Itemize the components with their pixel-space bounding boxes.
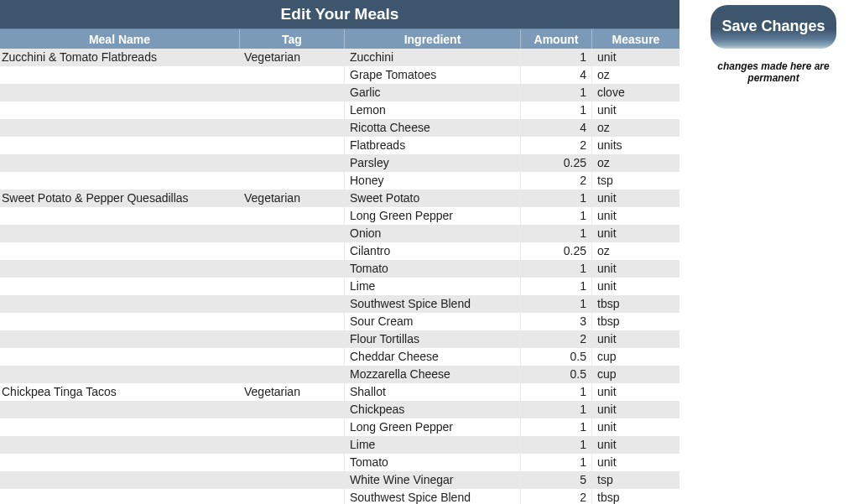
ingredient-cell[interactable]: Shallot: [344, 383, 520, 401]
tag-cell[interactable]: [239, 260, 344, 278]
tag-cell[interactable]: [239, 313, 344, 330]
table-row[interactable]: Garlic1clove: [0, 84, 679, 101]
measure-cell[interactable]: tsp: [591, 172, 679, 190]
ingredient-cell[interactable]: Zucchini: [344, 49, 520, 66]
meal-name-cell[interactable]: [0, 137, 239, 154]
ingredient-cell[interactable]: White Wine Vinegar: [344, 471, 520, 489]
table-row[interactable]: Mozzarella Cheese0.5cup: [0, 366, 679, 383]
table-row[interactable]: Honey2tsp: [0, 172, 679, 190]
amount-cell[interactable]: 1: [520, 207, 591, 225]
amount-cell[interactable]: 1: [520, 190, 591, 207]
meal-name-cell[interactable]: [0, 366, 239, 383]
table-row[interactable]: Cilantro0.25oz: [0, 242, 679, 260]
amount-cell[interactable]: 3: [520, 313, 591, 330]
tag-cell[interactable]: [239, 242, 344, 260]
ingredient-cell[interactable]: Lime: [344, 278, 520, 295]
ingredient-cell[interactable]: Cheddar Cheese: [344, 348, 520, 366]
tag-cell[interactable]: [239, 489, 344, 504]
amount-cell[interactable]: 5: [520, 471, 591, 489]
meal-name-cell[interactable]: Chickpea Tinga Tacos: [0, 383, 239, 401]
meal-name-cell[interactable]: Sweet Potato & Pepper Quesadillas: [0, 190, 239, 207]
measure-cell[interactable]: unit: [591, 401, 679, 418]
table-row[interactable]: Lemon1unit: [0, 101, 679, 119]
table-row[interactable]: Chickpeas1unit: [0, 401, 679, 418]
ingredient-cell[interactable]: Tomato: [344, 260, 520, 278]
table-row[interactable]: Lime1unit: [0, 278, 679, 295]
measure-cell[interactable]: unit: [591, 418, 679, 436]
measure-cell[interactable]: clove: [591, 84, 679, 101]
table-row[interactable]: Tomato1unit: [0, 454, 679, 471]
ingredient-cell[interactable]: Long Green Pepper: [344, 418, 520, 436]
meal-name-cell[interactable]: [0, 207, 239, 225]
table-row[interactable]: Zucchini & Tomato FlatbreadsVegetarianZu…: [0, 49, 679, 66]
meal-name-cell[interactable]: [0, 418, 239, 436]
ingredient-cell[interactable]: Ricotta Cheese: [344, 119, 520, 137]
tag-cell[interactable]: [239, 330, 344, 348]
amount-cell[interactable]: 1: [520, 84, 591, 101]
tag-cell[interactable]: [239, 366, 344, 383]
tag-cell[interactable]: [239, 66, 344, 84]
amount-cell[interactable]: 1: [520, 454, 591, 471]
amount-cell[interactable]: 0.25: [520, 242, 591, 260]
tag-cell[interactable]: [239, 172, 344, 190]
amount-cell[interactable]: 1: [520, 418, 591, 436]
amount-cell[interactable]: 2: [520, 137, 591, 154]
amount-cell[interactable]: 1: [520, 383, 591, 401]
measure-cell[interactable]: unit: [591, 278, 679, 295]
tag-cell[interactable]: [239, 154, 344, 172]
ingredient-cell[interactable]: Lemon: [344, 101, 520, 119]
tag-cell[interactable]: [239, 454, 344, 471]
measure-cell[interactable]: units: [591, 137, 679, 154]
measure-cell[interactable]: oz: [591, 242, 679, 260]
measure-cell[interactable]: unit: [591, 454, 679, 471]
meal-name-cell[interactable]: [0, 260, 239, 278]
amount-cell[interactable]: 1: [520, 225, 591, 242]
meal-name-cell[interactable]: [0, 471, 239, 489]
tag-cell[interactable]: [239, 348, 344, 366]
table-row[interactable]: White Wine Vinegar5tsp: [0, 471, 679, 489]
table-row[interactable]: Sour Cream3tbsp: [0, 313, 679, 330]
tag-cell[interactable]: [239, 101, 344, 119]
meal-name-cell[interactable]: [0, 454, 239, 471]
ingredient-cell[interactable]: Southwest Spice Blend: [344, 489, 520, 504]
tag-cell[interactable]: [239, 207, 344, 225]
table-row[interactable]: Onion1unit: [0, 225, 679, 242]
ingredient-cell[interactable]: Parsley: [344, 154, 520, 172]
tag-cell[interactable]: [239, 471, 344, 489]
table-row[interactable]: Southwest Spice Blend1tbsp: [0, 295, 679, 313]
table-row[interactable]: Parsley0.25oz: [0, 154, 679, 172]
meal-name-cell[interactable]: [0, 242, 239, 260]
tag-cell[interactable]: [239, 137, 344, 154]
measure-cell[interactable]: cup: [591, 348, 679, 366]
measure-cell[interactable]: unit: [591, 190, 679, 207]
ingredient-cell[interactable]: Flatbreads: [344, 137, 520, 154]
amount-cell[interactable]: 4: [520, 66, 591, 84]
ingredient-cell[interactable]: Sweet Potato: [344, 190, 520, 207]
measure-cell[interactable]: unit: [591, 436, 679, 454]
amount-cell[interactable]: 1: [520, 401, 591, 418]
measure-cell[interactable]: unit: [591, 225, 679, 242]
meal-name-cell[interactable]: [0, 225, 239, 242]
measure-cell[interactable]: tbsp: [591, 295, 679, 313]
ingredient-cell[interactable]: Lime: [344, 436, 520, 454]
tag-cell[interactable]: Vegetarian: [239, 383, 344, 401]
measure-cell[interactable]: unit: [591, 207, 679, 225]
meal-name-cell[interactable]: [0, 489, 239, 504]
ingredient-cell[interactable]: Cilantro: [344, 242, 520, 260]
table-row[interactable]: Long Green Pepper1unit: [0, 207, 679, 225]
table-row[interactable]: Southwest Spice Blend2tbsp: [0, 489, 679, 504]
amount-cell[interactable]: 0.25: [520, 154, 591, 172]
meal-name-cell[interactable]: [0, 119, 239, 137]
meal-name-cell[interactable]: [0, 330, 239, 348]
table-row[interactable]: Flour Tortillas2unit: [0, 330, 679, 348]
tag-cell[interactable]: [239, 84, 344, 101]
table-row[interactable]: Sweet Potato & Pepper QuesadillasVegetar…: [0, 190, 679, 207]
measure-cell[interactable]: unit: [591, 330, 679, 348]
ingredient-cell[interactable]: Chickpeas: [344, 401, 520, 418]
table-row[interactable]: Flatbreads2units: [0, 137, 679, 154]
table-row[interactable]: Cheddar Cheese0.5cup: [0, 348, 679, 366]
amount-cell[interactable]: 1: [520, 295, 591, 313]
measure-cell[interactable]: tsp: [591, 471, 679, 489]
ingredient-cell[interactable]: Long Green Pepper: [344, 207, 520, 225]
meal-name-cell[interactable]: [0, 172, 239, 190]
